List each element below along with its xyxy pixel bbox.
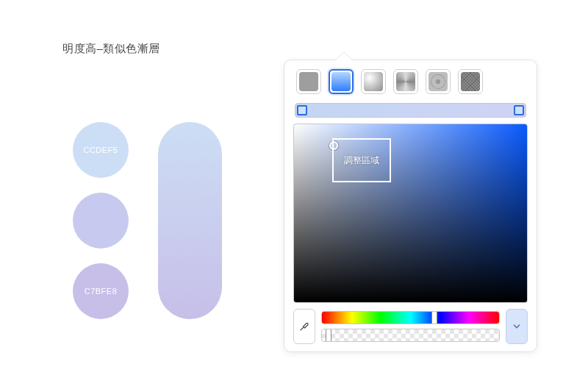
linear-gradient-icon — [331, 72, 351, 91]
gradient-preview-pill — [158, 122, 222, 319]
eyedropper-button[interactable] — [293, 309, 315, 344]
adjust-region-label: 調整區域 — [344, 154, 379, 167]
angular-gradient-icon — [396, 72, 415, 91]
sv-black-overlay — [294, 124, 527, 302]
tab-noise[interactable] — [458, 69, 483, 94]
eyedropper-icon — [298, 321, 310, 332]
tab-radial-gradient[interactable] — [361, 69, 386, 94]
swatch-bot: C7BFE8 — [73, 263, 129, 319]
radial-gradient-icon — [364, 72, 383, 91]
swatch-bot-hex: C7BFE8 — [85, 287, 118, 296]
adjust-region-callout: 調整區域 — [332, 138, 391, 182]
page-title: 明度高–類似色漸層 — [62, 42, 160, 56]
gradient-stop-right[interactable] — [514, 105, 524, 115]
swatch-mid — [73, 193, 129, 249]
gradient-stop-left[interactable] — [297, 105, 307, 115]
tab-pattern[interactable] — [426, 69, 451, 94]
hue-slider[interactable] — [321, 311, 500, 324]
alpha-gradient — [322, 329, 499, 341]
swatch-top-hex: CCDEF5 — [83, 146, 118, 154]
pattern-icon — [429, 72, 448, 91]
tab-linear-gradient[interactable] — [329, 69, 354, 94]
swatch-top: CCDEF5 — [73, 122, 129, 178]
alpha-slider[interactable] — [321, 329, 500, 342]
chevron-down-icon — [512, 321, 522, 332]
tab-angular-gradient[interactable] — [393, 69, 418, 94]
picker-bottom-row — [293, 309, 528, 344]
expand-button[interactable] — [506, 309, 528, 344]
saturation-value-field[interactable]: 調整區域 — [293, 124, 528, 303]
noise-icon — [461, 72, 480, 91]
gradient-stop-bar[interactable] — [295, 103, 526, 118]
color-picker-panel: 調整區域 — [284, 60, 537, 352]
solid-icon — [299, 72, 318, 91]
alpha-thumb[interactable] — [326, 329, 331, 342]
fill-type-tabs — [293, 69, 528, 101]
hue-gradient — [322, 312, 499, 324]
tab-solid[interactable] — [296, 69, 321, 94]
hue-thumb[interactable] — [431, 311, 437, 324]
